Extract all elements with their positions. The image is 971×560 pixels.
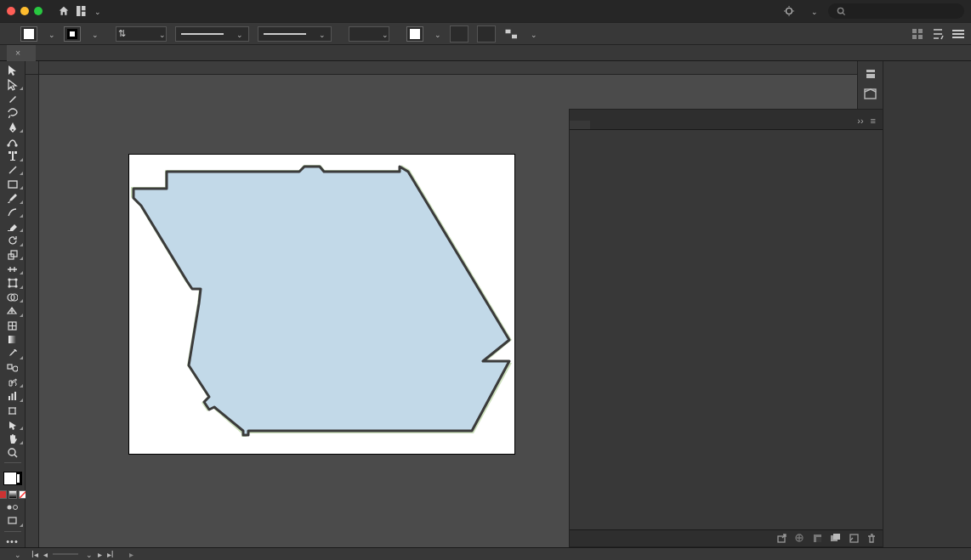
mesh-tool[interactable] xyxy=(2,320,24,332)
color-mode-gradient[interactable] xyxy=(9,490,17,499)
locate-object-icon[interactable] xyxy=(795,534,804,544)
svg-point-20 xyxy=(9,279,10,280)
align-to-icon[interactable] xyxy=(504,28,520,40)
zoom-control[interactable] xyxy=(7,550,21,559)
curvature-tool[interactable] xyxy=(2,135,24,148)
export-icon[interactable] xyxy=(777,534,786,544)
line-tool[interactable] xyxy=(2,164,24,177)
svg-rect-28 xyxy=(8,365,12,369)
ctrl-icon-b[interactable] xyxy=(932,28,944,40)
stroke-dropdown[interactable] xyxy=(89,29,99,39)
type-tool[interactable] xyxy=(2,150,24,162)
tab-artboards[interactable] xyxy=(590,121,610,129)
symbol-sprayer-tool[interactable] xyxy=(2,376,24,388)
search-icon xyxy=(837,7,846,16)
last-artboard-button[interactable]: ▸I xyxy=(107,550,114,559)
stroke-weight-dropdown[interactable] xyxy=(156,29,166,39)
lasso-tool[interactable] xyxy=(2,107,24,120)
magic-wand-tool[interactable] xyxy=(2,93,24,105)
search-stock-input[interactable] xyxy=(851,6,956,16)
svg-rect-10 xyxy=(918,35,923,39)
opacity-input[interactable] xyxy=(349,29,378,39)
delete-layer-icon[interactable] xyxy=(867,534,876,544)
fill-dropdown[interactable] xyxy=(46,29,55,39)
document-setup-button[interactable] xyxy=(450,25,468,42)
stroke-profile-combo[interactable] xyxy=(175,26,249,42)
svg-rect-12 xyxy=(952,33,964,35)
minimize-window-button[interactable] xyxy=(20,7,29,15)
gpu-info-icon[interactable] xyxy=(783,5,795,17)
graphic-style-dropdown[interactable] xyxy=(432,29,441,39)
color-mode-color[interactable] xyxy=(0,490,7,499)
close-window-button[interactable] xyxy=(7,7,15,15)
close-tab-icon[interactable]: × xyxy=(15,48,20,58)
draw-mode[interactable] xyxy=(2,501,24,513)
stroke-weight-stepper[interactable]: ⇅ xyxy=(116,26,167,42)
panel-collapse-icon[interactable]: ›› xyxy=(857,116,863,126)
clipping-mask-icon[interactable] xyxy=(813,534,822,544)
eyedropper-tool[interactable] xyxy=(2,348,24,360)
hand-tool[interactable] xyxy=(2,433,24,445)
zoom-tool[interactable] xyxy=(2,447,24,460)
brush-definition-combo[interactable] xyxy=(258,26,332,42)
vertical-ruler[interactable] xyxy=(26,75,39,547)
eraser-tool[interactable] xyxy=(2,220,24,233)
free-transform-tool[interactable] xyxy=(2,277,24,290)
zoom-window-button[interactable] xyxy=(34,7,43,15)
new-layer-icon[interactable] xyxy=(849,534,859,544)
properties-panel-icon[interactable] xyxy=(864,68,877,80)
first-artboard-button[interactable]: I◂ xyxy=(31,550,38,559)
direct-selection-tool[interactable] xyxy=(2,79,24,92)
stroke-swatch[interactable] xyxy=(64,26,81,42)
artboard[interactable] xyxy=(129,155,514,454)
graph-tool[interactable] xyxy=(2,390,24,403)
gradient-tool[interactable] xyxy=(2,333,24,346)
width-tool[interactable] xyxy=(2,263,24,275)
arrange-documents-icon[interactable] xyxy=(77,6,92,16)
preferences-button[interactable] xyxy=(477,25,496,42)
edit-toolbar[interactable]: ••• xyxy=(2,535,24,547)
fill-swatch[interactable] xyxy=(20,26,37,42)
home-icon[interactable] xyxy=(58,5,70,17)
workspace-switcher[interactable] xyxy=(805,6,818,16)
stroke-weight-input[interactable] xyxy=(127,29,156,39)
blend-tool[interactable] xyxy=(2,362,24,375)
rotate-tool[interactable] xyxy=(2,235,24,247)
screen-mode[interactable] xyxy=(2,515,24,528)
opacity-dropdown[interactable] xyxy=(378,29,389,39)
svg-point-15 xyxy=(15,144,17,146)
shaper-tool[interactable] xyxy=(2,206,24,219)
prev-artboard-button[interactable]: ◂ xyxy=(43,550,48,559)
rectangle-tool[interactable] xyxy=(2,178,24,190)
graphic-style-swatch[interactable] xyxy=(406,26,423,42)
perspective-tool[interactable] xyxy=(2,305,24,318)
search-stock-field[interactable] xyxy=(828,3,964,19)
ruler-origin[interactable] xyxy=(26,61,39,75)
pen-tool[interactable] xyxy=(2,122,24,134)
next-artboard-button[interactable]: ▸ xyxy=(98,550,102,559)
arrange-documents-dropdown[interactable] xyxy=(92,6,101,16)
slice-tool[interactable] xyxy=(2,418,24,431)
fill-stroke-indicator[interactable] xyxy=(2,470,24,487)
new-sublayer-icon[interactable] xyxy=(831,534,841,544)
align-to-dropdown[interactable] xyxy=(528,29,537,39)
libraries-panel-icon[interactable] xyxy=(864,88,877,99)
stroke-weight-stepper-btns[interactable]: ⇅ xyxy=(116,28,127,39)
paintbrush-tool[interactable] xyxy=(2,192,24,205)
artboard-tool[interactable] xyxy=(2,404,24,417)
tab-layers[interactable] xyxy=(570,121,590,129)
scale-tool[interactable] xyxy=(2,249,24,262)
status-bar: I◂ ◂ ▸ ▸I ▸ xyxy=(0,547,971,560)
panel-menu-icon[interactable]: ≡ xyxy=(871,116,876,126)
artboard-number[interactable] xyxy=(53,553,78,555)
selection-tool[interactable] xyxy=(2,65,24,77)
artboard-nav[interactable]: I◂ ◂ ▸ ▸I xyxy=(31,550,114,559)
ctrl-icon-a[interactable] xyxy=(911,28,923,40)
horizontal-ruler[interactable] xyxy=(39,61,857,75)
layer-list[interactable] xyxy=(570,130,883,529)
document-tab[interactable]: × xyxy=(7,45,36,61)
shape-builder-tool[interactable] xyxy=(2,291,24,304)
current-tool-status[interactable]: ▸ xyxy=(124,550,133,559)
opacity-input-wrap[interactable] xyxy=(349,26,389,42)
panel-menu-icon[interactable] xyxy=(952,30,964,38)
